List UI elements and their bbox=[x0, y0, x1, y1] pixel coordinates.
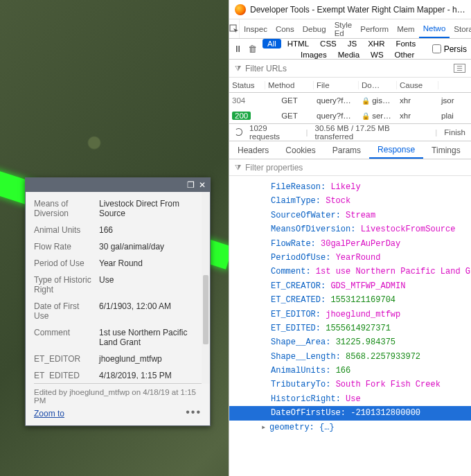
popup-field-value: 4/18/2019, 1:15 PM bbox=[99, 371, 202, 379]
devtools-window-title: Developer Tools - Exempt Water Right Cla… bbox=[250, 5, 465, 15]
feature-popup: ❐ ✕ Means of DiversionLivestock Direct F… bbox=[25, 177, 211, 426]
filter-properties-row: ⧩ Filter properties bbox=[229, 159, 471, 176]
pause-recording-icon[interactable]: ⏸ bbox=[233, 44, 242, 54]
popup-field-value: 30 gal/animal/day bbox=[99, 242, 202, 252]
json-property-row[interactable]: Comment: 1st use Northern Pacific Land G… bbox=[271, 265, 471, 279]
filter-urls-row: ⧩ ☰ bbox=[229, 60, 471, 78]
popup-field-value: 166 bbox=[99, 225, 202, 235]
json-property-row[interactable]: Shape__Length: 8568.2257933972 bbox=[271, 350, 471, 364]
detail-tab-cookies[interactable]: Cookies bbox=[277, 141, 323, 159]
json-property-row[interactable]: FileReason: Likely bbox=[271, 180, 471, 194]
popup-field-value: jhoeglund_mtfwp bbox=[99, 354, 202, 364]
filter-chip-js[interactable]: JS bbox=[343, 39, 362, 49]
filter-chip-xhr[interactable]: XHR bbox=[363, 39, 389, 49]
response-json-viewer[interactable]: FileReason: LikelyClaimType: StockSource… bbox=[229, 176, 471, 476]
funnel-icon[interactable]: ⧩ bbox=[235, 163, 241, 172]
devtools-panel: Developer Tools - Exempt Water Right Cla… bbox=[229, 0, 471, 476]
reload-icon[interactable] bbox=[235, 127, 242, 138]
network-request-list[interactable]: 304GETquery?f…🔒 gis…xhrjsor200GETquery?f… bbox=[229, 93, 471, 123]
json-geometry-row[interactable]: ▸geometry: {…} bbox=[261, 421, 471, 434]
filter-chip-css[interactable]: CSS bbox=[315, 39, 341, 49]
persist-checkbox-input[interactable] bbox=[432, 44, 441, 53]
persist-logs-checkbox[interactable]: Persis bbox=[432, 44, 467, 54]
popup-titlebar: ❐ ✕ bbox=[26, 178, 210, 192]
json-property-row[interactable]: AnimalUnits: 166 bbox=[271, 364, 471, 378]
element-picker-icon[interactable] bbox=[229, 19, 240, 38]
summary-size: 30.56 MB / 17.25 MB transferred bbox=[315, 124, 429, 141]
network-request-row[interactable]: 304GETquery?f…🔒 gis…xhrjsor bbox=[229, 93, 471, 108]
popup-field-label: Means of Diversion bbox=[34, 199, 96, 218]
detail-tab-response[interactable]: Response bbox=[369, 141, 423, 159]
popup-field-value: Use bbox=[99, 275, 202, 294]
popup-more-icon[interactable]: ••• bbox=[186, 406, 202, 418]
devtools-titlebar: Developer Tools - Exempt Water Right Cla… bbox=[229, 0, 471, 19]
json-property-row[interactable]: ET_EDITOR: jhoeglund_mtfwp bbox=[271, 308, 471, 321]
json-property-row[interactable]: ET_CREATED: 1553121169704 bbox=[271, 293, 471, 307]
devtools-tab-netwo[interactable]: Netwo bbox=[419, 19, 450, 38]
popup-close-icon[interactable]: ✕ bbox=[199, 181, 206, 189]
popup-field-label: Type of Historic Right bbox=[34, 275, 96, 294]
popup-footer: Edited by jhoeglund_mtfwp on 4/18/19 at … bbox=[26, 384, 210, 425]
column-header[interactable]: File bbox=[314, 81, 359, 89]
summary-finish: Finish bbox=[444, 128, 465, 136]
detail-tab-headers[interactable]: Headers bbox=[229, 141, 277, 159]
network-summary-bar: 1029 requests | 30.56 MB / 17.25 MB tran… bbox=[229, 123, 471, 141]
network-toolbar: ⏸ 🗑 AllHTMLCSSJSXHRFonts ImagesMediaWSOt… bbox=[229, 39, 471, 60]
popup-scrollbar[interactable] bbox=[202, 192, 210, 384]
network-columns-header: StatusMethodFileDo…Cause bbox=[229, 78, 471, 93]
json-property-row[interactable]: SourceOfWater: Stream bbox=[271, 209, 471, 222]
detail-tab-params[interactable]: Params bbox=[324, 141, 369, 159]
popup-field-label: Period of Use bbox=[34, 258, 96, 268]
json-property-row[interactable]: FlowRate: 30galPerAuPerDay bbox=[271, 237, 471, 251]
column-header[interactable]: Cause bbox=[397, 81, 438, 89]
popup-field-value: 1st use Northern Pacific Land Grant bbox=[99, 328, 202, 347]
devtools-tab-inspec[interactable]: Inspec bbox=[240, 19, 272, 38]
json-property-row[interactable]: TributaryTo: South Fork Fish Creek bbox=[271, 378, 471, 391]
funnel-icon[interactable]: ⧩ bbox=[235, 64, 241, 73]
filter-chip-ws[interactable]: WS bbox=[366, 50, 389, 60]
zoom-to-link[interactable]: Zoom to bbox=[34, 409, 64, 418]
devtools-tab-perform[interactable]: Perform bbox=[356, 19, 393, 38]
filter-chip-media[interactable]: Media bbox=[333, 50, 364, 60]
request-detail-tabs: HeadersCookiesParamsResponseTimings bbox=[229, 141, 471, 159]
filter-settings-icon[interactable]: ☰ bbox=[454, 64, 465, 73]
popup-field-label: ET_EDITED bbox=[34, 371, 96, 379]
detail-tab-timings[interactable]: Timings bbox=[423, 141, 469, 159]
filter-chip-html[interactable]: HTML bbox=[283, 39, 314, 49]
summary-requests: 1029 requests bbox=[249, 124, 299, 141]
json-property-row[interactable]: HistoricRight: Use bbox=[271, 392, 471, 406]
column-header[interactable]: Status bbox=[229, 81, 265, 89]
devtools-tab-style ed[interactable]: Style Ed bbox=[330, 19, 357, 38]
filter-chip-other[interactable]: Other bbox=[390, 50, 420, 60]
column-header[interactable]: Method bbox=[265, 81, 314, 89]
filter-chip-all[interactable]: All bbox=[263, 39, 281, 49]
popup-dock-icon[interactable]: ❐ bbox=[187, 181, 195, 189]
network-request-row[interactable]: 200GETquery?f…🔒 ser…xhrplai bbox=[229, 108, 471, 123]
popup-body: Means of DiversionLivestock Direct From … bbox=[26, 192, 210, 379]
popup-field-value: Livestock Direct From Source bbox=[99, 199, 202, 218]
devtools-tab-mem[interactable]: Mem bbox=[393, 19, 419, 38]
popup-scroll-thumb[interactable] bbox=[203, 275, 208, 344]
popup-field-label: Flow Rate bbox=[34, 242, 96, 252]
json-property-row[interactable]: ET_EDITED: 1555614927371 bbox=[271, 321, 471, 335]
popup-field-label: Comment bbox=[34, 328, 96, 347]
clear-icon[interactable]: 🗑 bbox=[248, 44, 257, 54]
devtools-tab-stora[interactable]: Stora bbox=[450, 19, 471, 38]
popup-field-label: Date of First Use bbox=[34, 301, 96, 321]
persist-label: Persis bbox=[444, 44, 467, 54]
json-property-row[interactable]: PeriodOfUse: YearRound bbox=[271, 251, 471, 265]
json-property-row[interactable]: MeansOfDiversion: LivestockFromSource bbox=[271, 222, 471, 236]
devtools-tab-debug[interactable]: Debug bbox=[299, 19, 330, 38]
devtools-tab-cons[interactable]: Cons bbox=[272, 19, 299, 38]
filter-chip-images[interactable]: Images bbox=[296, 50, 332, 60]
filter-chip-fonts[interactable]: Fonts bbox=[391, 39, 420, 49]
json-property-row[interactable]: Shape__Area: 31225.984375 bbox=[271, 335, 471, 349]
json-property-row[interactable]: ET_CREATOR: GDS_MTFWP_ADMIN bbox=[271, 279, 471, 293]
json-property-row[interactable]: ClaimType: Stock bbox=[271, 194, 471, 208]
filter-properties-label: Filter properties bbox=[245, 163, 303, 173]
popup-field-value: Year Round bbox=[99, 258, 202, 268]
popup-field-label: Animal Units bbox=[34, 225, 96, 235]
json-property-row[interactable]: DateOfFirstUse: -2101312800000 bbox=[229, 406, 471, 420]
column-header[interactable]: Do… bbox=[359, 81, 397, 89]
filter-urls-input[interactable] bbox=[245, 64, 450, 73]
